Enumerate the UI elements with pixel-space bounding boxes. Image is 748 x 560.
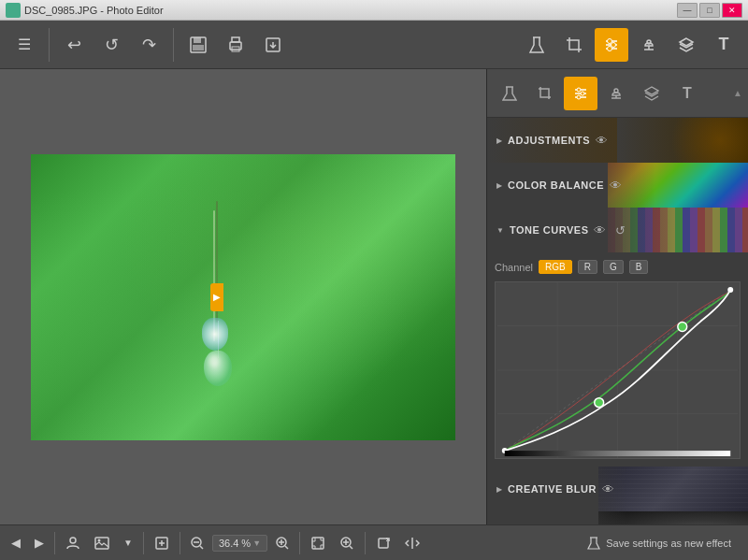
minimize-button[interactable]: — [677,3,698,18]
tool-text[interactable]: T [707,28,741,62]
tone-curves-arrow-icon: ▼ [496,226,504,235]
panel-tab-crop[interactable] [528,77,562,110]
undo-icon: ↩ [67,35,81,55]
flask-icon [528,36,545,54]
save-button[interactable] [181,28,215,62]
channel-r-button[interactable]: R [578,260,597,274]
tone-curves-panel: Channel RGB R G B [487,252,748,467]
rotate-icon [376,536,391,551]
nav-prev-button[interactable]: ◀ [6,530,26,556]
svg-point-38 [98,538,101,541]
print-icon [226,36,245,54]
panel-stamp-icon [609,86,624,101]
channel-b-button[interactable]: B [629,260,649,274]
tone-curves-section-header[interactable]: ▼ TONE CURVES 👁 ↺ [487,208,748,252]
bottom-sep-2 [143,532,144,554]
creative-blur-eye-icon[interactable]: 👁 [602,482,614,496]
tone-curves-eye-icon[interactable]: 👁 [594,223,606,237]
creative-blur-title: CREATIVE BLUR [508,483,597,495]
app-icon [6,3,21,18]
tone-curves-reset-icon[interactable]: ↺ [615,223,626,237]
svg-point-32 [678,323,687,332]
creative-blur-section-header[interactable]: ▶ CREATIVE BLUR 👁 [487,467,748,511]
creative-blur-arrow-icon: ▶ [496,485,502,494]
fit-button[interactable] [305,530,331,556]
zoom-out-icon [191,537,204,550]
zoom-select-button[interactable] [334,530,360,556]
image-view-button[interactable] [89,530,115,556]
toolbar-separator-2 [173,28,174,62]
adjustments-title: ADJUSTMENTS [508,135,590,146]
save-as-effect-button[interactable]: Save settings as new effect [576,532,742,554]
zoom-out-button[interactable] [185,530,209,556]
svg-line-42 [200,546,203,549]
menu-button[interactable]: ☰ [7,28,41,62]
tool-layers[interactable] [669,28,703,62]
panel-collapse-button[interactable]: ▶ [210,283,223,311]
rotate-button[interactable] [370,530,396,556]
person-view-button[interactable] [60,530,86,556]
main-content: ▶ [0,69,748,524]
tone-curves-title: TONE CURVES [510,224,589,236]
canvas-area[interactable]: ▶ [0,69,486,524]
redo-button[interactable]: ↷ [132,28,165,62]
channel-g-button[interactable]: G [603,260,624,274]
adjustments-section-content: ▶ ADJUSTMENTS 👁 [496,134,608,148]
fit-icon [310,536,325,551]
adjust-icon [603,36,620,53]
svg-point-17 [577,88,581,92]
svg-rect-2 [193,45,204,50]
tool-stamp[interactable] [632,28,666,62]
bottom-toolbar: ◀ ▶ ▼ 36.4 % ▼ [0,524,748,560]
svg-point-9 [608,38,612,43]
channel-rgb-button[interactable]: RGB [539,260,572,274]
panel-text-icon: T [683,85,692,102]
redo-icon: ↷ [142,35,156,55]
vignetting-section-header[interactable]: ▶ VIGNETTING 👁 [487,511,748,524]
nav-next-button[interactable]: ▶ [29,530,50,556]
tone-curves-section-content: ▼ TONE CURVES 👁 ↺ [496,223,626,237]
tool-crop[interactable] [557,28,591,62]
image-options-button[interactable]: ▼ [118,530,138,556]
panel-tab-adjust[interactable] [564,77,597,110]
person-icon [65,536,80,551]
panel-tab-stamp[interactable] [599,77,633,110]
save-effect-label: Save settings as new effect [606,538,731,549]
flip-button[interactable] [399,530,425,556]
panel-sections: ▶ ADJUSTMENTS 👁 ▶ COLOR BALANCE 👁 [487,118,748,524]
bottom-sep-5 [365,532,366,554]
svg-line-49 [350,546,352,549]
adjustments-eye-icon[interactable]: 👁 [596,134,608,148]
photo-container [31,154,455,440]
toolbar-separator [49,28,50,62]
color-balance-eye-icon[interactable]: 👁 [610,179,622,193]
curves-graph[interactable] [495,281,741,459]
save-icon [189,36,208,54]
tool-flask[interactable] [520,28,554,62]
panel-tab-text[interactable]: T [670,77,704,110]
color-balance-section-header[interactable]: ▶ COLOR BALANCE 👁 [487,163,748,208]
svg-point-22 [614,89,618,93]
export-button[interactable] [256,28,290,62]
export-bottom-button[interactable] [149,530,175,556]
panel-tab-flask[interactable] [493,77,526,110]
prev-icon: ◀ [11,536,21,550]
zoom-display[interactable]: 36.4 % ▼ [212,535,267,552]
export-icon [264,36,282,54]
undo-button[interactable]: ↩ [57,28,91,62]
adjustments-section-header[interactable]: ▶ ADJUSTMENTS 👁 [487,118,748,163]
undo2-button[interactable]: ↺ [94,28,128,62]
color-balance-title: COLOR BALANCE [508,179,604,191]
print-button[interactable] [219,28,252,62]
maximize-button[interactable]: □ [699,3,720,18]
stamp-icon [640,36,657,53]
creative-blur-section-content: ▶ CREATIVE BLUR 👁 [496,482,614,496]
zoom-in-button[interactable] [270,530,295,556]
tool-adjust[interactable] [595,28,628,62]
svg-point-19 [581,92,584,95]
panel-tab-layers[interactable] [635,77,669,110]
window-controls[interactable]: — □ ✕ [677,3,742,18]
crop-icon [566,36,583,53]
close-button[interactable]: ✕ [722,3,742,18]
color-balance-section-content: ▶ COLOR BALANCE 👁 [496,179,622,193]
